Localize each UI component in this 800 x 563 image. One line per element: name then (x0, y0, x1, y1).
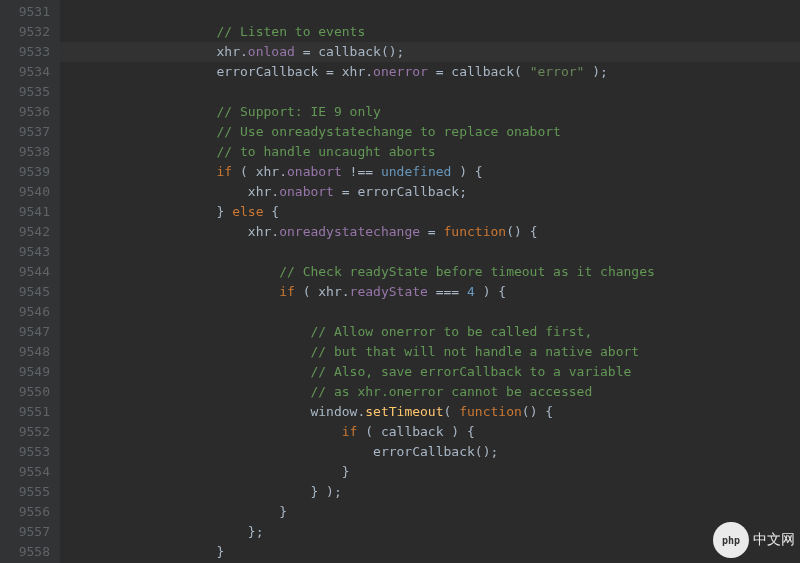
line-number: 9532 (8, 22, 50, 42)
code-line[interactable]: }; (60, 522, 800, 542)
code-line[interactable]: // Listen to events (60, 22, 800, 42)
code-line[interactable]: // Allow onerror to be called first, (60, 322, 800, 342)
line-number: 9547 (8, 322, 50, 342)
watermark: php 中文网 (713, 522, 795, 558)
line-number: 9555 (8, 482, 50, 502)
line-number: 9540 (8, 182, 50, 202)
line-number: 9543 (8, 242, 50, 262)
code-line[interactable]: } ); (60, 482, 800, 502)
code-line[interactable]: } (60, 542, 800, 562)
line-number: 9544 (8, 262, 50, 282)
code-line[interactable]: // but that will not handle a native abo… (60, 342, 800, 362)
code-line[interactable] (60, 2, 800, 22)
line-number: 9548 (8, 342, 50, 362)
line-number: 9535 (8, 82, 50, 102)
code-line[interactable]: // as xhr.onerror cannot be accessed (60, 382, 800, 402)
code-line[interactable]: // to handle uncaught aborts (60, 142, 800, 162)
line-number: 9546 (8, 302, 50, 322)
code-line[interactable]: if ( xhr.onabort !== undefined ) { (60, 162, 800, 182)
code-line[interactable]: } else { (60, 202, 800, 222)
code-line[interactable]: errorCallback(); (60, 442, 800, 462)
line-number-gutter: 9531953295339534953595369537953895399540… (0, 0, 60, 563)
code-line[interactable]: } (60, 462, 800, 482)
line-number: 9533 (8, 42, 50, 62)
line-number: 9541 (8, 202, 50, 222)
code-line[interactable]: xhr.onabort = errorCallback; (60, 182, 800, 202)
line-number: 9534 (8, 62, 50, 82)
line-number: 9550 (8, 382, 50, 402)
line-number: 9557 (8, 522, 50, 542)
line-number: 9536 (8, 102, 50, 122)
line-number: 9551 (8, 402, 50, 422)
code-line[interactable]: } (60, 502, 800, 522)
line-number: 9542 (8, 222, 50, 242)
code-editor: 9531953295339534953595369537953895399540… (0, 0, 800, 563)
code-line[interactable]: if ( callback ) { (60, 422, 800, 442)
code-line[interactable]: if ( xhr.readyState === 4 ) { (60, 282, 800, 302)
line-number: 9539 (8, 162, 50, 182)
code-line[interactable]: window.setTimeout( function() { (60, 402, 800, 422)
watermark-text: 中文网 (753, 531, 795, 549)
line-number: 9537 (8, 122, 50, 142)
line-number: 9545 (8, 282, 50, 302)
code-line[interactable] (60, 82, 800, 102)
watermark-icon: php (713, 522, 749, 558)
code-line[interactable]: // Use onreadystatechange to replace ona… (60, 122, 800, 142)
code-line[interactable]: // Also, save errorCallback to a variabl… (60, 362, 800, 382)
line-number: 9538 (8, 142, 50, 162)
line-number: 9549 (8, 362, 50, 382)
code-line[interactable]: // Support: IE 9 only (60, 102, 800, 122)
line-number: 9531 (8, 2, 50, 22)
line-number: 9552 (8, 422, 50, 442)
line-number: 9554 (8, 462, 50, 482)
code-line[interactable]: // Check readyState before timeout as it… (60, 262, 800, 282)
line-number: 9558 (8, 542, 50, 562)
code-line[interactable] (60, 242, 800, 262)
line-number: 9556 (8, 502, 50, 522)
code-line[interactable] (60, 302, 800, 322)
code-line[interactable]: errorCallback = xhr.onerror = callback( … (60, 62, 800, 82)
code-content-area[interactable]: // Listen to events xhr.onload = callbac… (60, 0, 800, 563)
line-number: 9553 (8, 442, 50, 462)
code-line[interactable]: xhr.onload = callback(); (60, 42, 800, 62)
code-line[interactable]: xhr.onreadystatechange = function() { (60, 222, 800, 242)
